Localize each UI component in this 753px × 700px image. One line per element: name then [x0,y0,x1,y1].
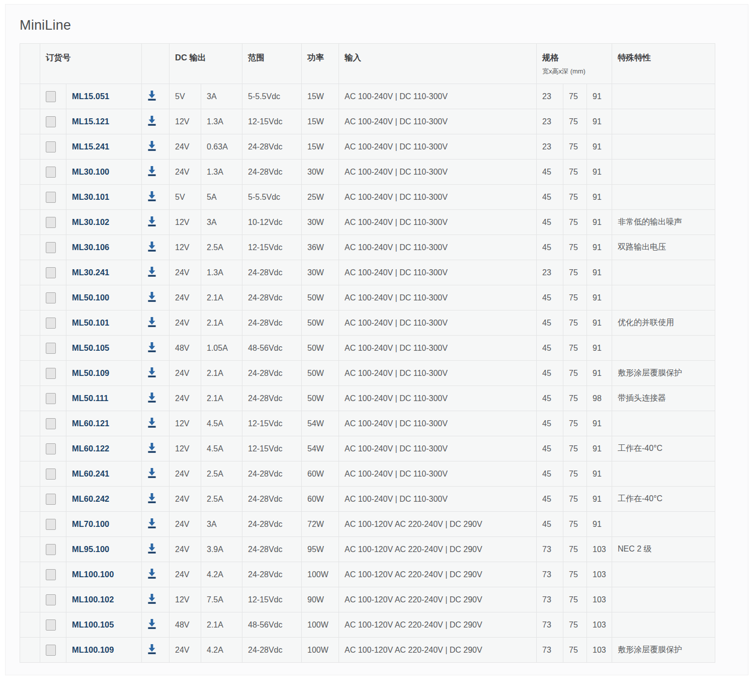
product-link[interactable]: ML30.241 [72,268,109,277]
power-rating: 72W [302,512,339,537]
product-link[interactable]: ML15.051 [72,92,109,101]
product-link[interactable]: ML95.100 [72,545,109,554]
product-link[interactable]: ML100.102 [72,595,114,604]
checkbox[interactable] [46,343,56,354]
checkbox[interactable] [46,91,56,102]
dim-width: 45 [537,461,563,487]
checkbox[interactable] [46,368,56,379]
dc-voltage: 48V [170,612,201,638]
table-row: ML60.12112V4.5A12-15Vdc54WAC 100-240V | … [20,411,715,436]
download-icon[interactable] [147,644,156,654]
special-feature [612,109,715,134]
row-checkbox-cell [40,134,66,160]
dc-current: 2.1A [201,612,242,638]
checkbox[interactable] [46,594,56,605]
download-icon[interactable] [147,418,156,428]
checkbox[interactable] [46,141,56,152]
special-feature [612,512,715,537]
download-cell [142,411,170,436]
product-link[interactable]: ML15.241 [72,142,109,151]
checkbox[interactable] [46,519,56,530]
download-icon[interactable] [147,317,156,327]
checkbox[interactable] [46,242,56,253]
dc-voltage: 12V [170,436,201,461]
download-icon[interactable] [147,267,156,277]
download-icon[interactable] [147,342,156,352]
product-link[interactable]: ML30.106 [72,243,109,252]
checkbox[interactable] [46,192,56,203]
checkbox[interactable] [46,116,56,127]
product-link[interactable]: ML100.100 [72,570,114,579]
product-link[interactable]: ML60.122 [72,444,109,453]
dim-depth: 91 [587,361,612,386]
dc-voltage: 24V [170,537,201,562]
dim-height: 75 [563,411,587,436]
checkbox[interactable] [46,318,56,329]
download-cell [142,436,170,461]
row-gutter [20,109,40,134]
checkbox[interactable] [46,418,56,429]
dim-width: 45 [537,185,563,210]
checkbox[interactable] [46,619,56,631]
product-name-cell: ML60.122 [66,436,142,461]
download-icon[interactable] [147,116,156,126]
product-name-cell: ML50.109 [66,361,142,386]
voltage-range: 12-15Vdc [242,436,302,461]
product-link[interactable]: ML50.109 [72,368,109,377]
download-icon[interactable] [147,292,156,302]
download-icon[interactable] [147,518,156,528]
product-link[interactable]: ML50.105 [72,343,109,352]
row-gutter [20,210,40,235]
row-checkbox-cell [40,361,66,386]
download-icon[interactable] [147,242,156,252]
dim-height: 75 [563,285,587,310]
download-icon[interactable] [147,191,156,201]
download-icon[interactable] [147,468,156,478]
product-link[interactable]: ML70.100 [72,519,109,528]
product-name-cell: ML50.111 [66,386,142,411]
checkbox[interactable] [46,267,56,278]
product-link[interactable]: ML100.109 [72,645,114,654]
voltage-range: 5-5.5Vdc [242,84,302,109]
download-icon[interactable] [147,569,156,579]
checkbox[interactable] [46,645,56,656]
product-link[interactable]: ML60.242 [72,494,109,503]
row-gutter [20,285,40,310]
product-link[interactable]: ML50.100 [72,293,109,302]
voltage-range: 48-56Vdc [242,612,302,638]
product-link[interactable]: ML50.101 [72,318,109,327]
product-link[interactable]: ML60.121 [72,419,109,428]
checkbox[interactable] [46,167,56,178]
download-icon[interactable] [147,393,156,403]
download-icon[interactable] [147,594,156,604]
product-link[interactable]: ML30.102 [72,217,109,226]
dc-voltage: 24V [170,285,201,310]
download-icon[interactable] [147,543,156,554]
power-rating: 100W [302,612,339,638]
checkbox[interactable] [46,469,56,480]
product-link[interactable]: ML30.101 [72,192,109,201]
download-icon[interactable] [147,367,156,377]
download-icon[interactable] [147,443,156,453]
download-icon[interactable] [147,619,156,629]
checkbox[interactable] [46,494,56,505]
product-link[interactable]: ML50.111 [72,394,108,403]
checkbox[interactable] [46,443,56,454]
product-link[interactable]: ML30.100 [72,167,109,176]
checkbox[interactable] [46,544,56,555]
download-icon[interactable] [147,216,156,226]
product-link[interactable]: ML15.121 [72,117,109,126]
dc-voltage: 24V [170,361,201,386]
product-link[interactable]: ML100.105 [72,620,114,629]
download-icon[interactable] [147,493,156,503]
table-row: ML15.12112V1.3A12-15Vdc15WAC 100-240V | … [20,109,715,134]
product-link[interactable]: ML60.241 [72,469,109,478]
checkbox[interactable] [46,393,56,404]
download-icon[interactable] [147,91,156,101]
checkbox[interactable] [46,569,56,580]
download-icon[interactable] [147,166,156,176]
download-icon[interactable] [147,141,156,151]
voltage-range: 24-28Vdc [242,260,302,285]
checkbox[interactable] [46,292,56,303]
checkbox[interactable] [46,217,56,228]
